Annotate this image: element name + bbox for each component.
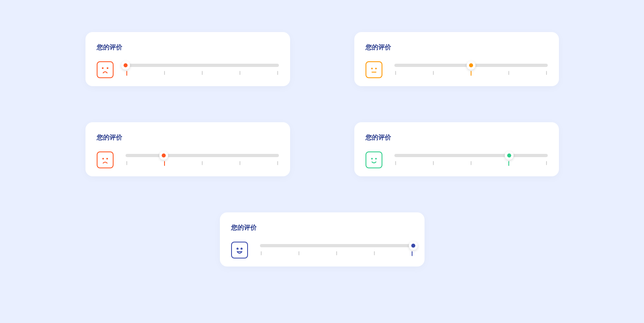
slider-tick <box>433 161 434 165</box>
svg-point-1 <box>375 68 377 69</box>
slider-row <box>97 61 279 78</box>
slider-fill <box>260 243 413 248</box>
rating-card-3: 您的评价 <box>85 122 290 176</box>
slider-fill <box>394 153 510 158</box>
rating-slider[interactable] <box>394 64 548 67</box>
frown-face-icon <box>97 151 114 168</box>
slider-tick <box>433 71 434 75</box>
slider-ticks <box>126 161 279 166</box>
slider-tick <box>202 161 203 165</box>
slider-tick <box>261 251 262 255</box>
slider-tick <box>471 71 471 76</box>
neutral-face-icon <box>366 61 382 78</box>
slider-handle[interactable] <box>409 241 418 250</box>
smile-face-icon <box>366 151 382 168</box>
slider-tick <box>164 161 165 166</box>
slider-tick <box>546 71 547 75</box>
slider-tick <box>164 71 165 75</box>
rating-slider[interactable] <box>126 154 279 157</box>
rating-card-1: 您的评价 <box>85 32 290 86</box>
slider-fill <box>126 153 164 158</box>
slider-tick <box>126 161 127 165</box>
card-title: 您的评价 <box>366 133 548 142</box>
slider-handle[interactable] <box>505 151 514 160</box>
rating-card-2: 您的评价 <box>354 32 559 86</box>
slider-tick <box>240 71 240 75</box>
rating-slider[interactable] <box>126 64 279 67</box>
slider-tick <box>508 161 509 166</box>
slider-handle[interactable] <box>121 61 130 70</box>
slider-ticks <box>126 71 279 76</box>
slider-row <box>97 151 279 168</box>
slider-tick <box>395 161 396 165</box>
grin-face-icon <box>231 242 248 258</box>
rating-card-5: 您的评价 <box>220 212 425 266</box>
slider-tick <box>508 71 509 75</box>
svg-point-3 <box>102 158 104 159</box>
slider-ticks <box>394 161 548 166</box>
slider-row <box>366 61 548 78</box>
slider-tick <box>546 161 547 165</box>
slider-ticks <box>394 71 548 76</box>
card-title: 您的评价 <box>231 224 413 232</box>
slider-tick <box>126 71 127 76</box>
svg-point-0 <box>371 68 373 69</box>
card-title: 您的评价 <box>366 43 548 52</box>
card-title: 您的评价 <box>97 43 279 52</box>
slider-row <box>231 242 413 258</box>
slider-tick <box>277 71 278 75</box>
slider-tick <box>240 161 240 165</box>
slider-wrap <box>394 154 548 166</box>
svg-point-4 <box>106 158 108 159</box>
slider-row <box>366 151 548 168</box>
rating-slider[interactable] <box>260 244 413 247</box>
slider-tick <box>202 71 203 75</box>
rating-slider[interactable] <box>394 154 548 157</box>
slider-fill <box>394 63 471 68</box>
slider-wrap <box>126 64 279 76</box>
slider-wrap <box>260 244 413 256</box>
slider-tick <box>374 251 375 255</box>
slider-handle[interactable] <box>467 61 475 70</box>
slider-tick <box>412 251 412 256</box>
slider-tick <box>336 251 337 255</box>
slider-handle[interactable] <box>159 151 168 160</box>
slider-tick <box>471 161 471 165</box>
slider-tick <box>299 251 299 255</box>
slider-ticks <box>260 251 413 256</box>
slider-tick <box>277 161 278 165</box>
slider-tick <box>395 71 396 75</box>
rating-card-4: 您的评价 <box>354 122 559 176</box>
svg-point-6 <box>375 158 377 159</box>
slider-wrap <box>126 154 279 166</box>
sad-face-icon <box>97 61 114 78</box>
slider-wrap <box>394 64 548 76</box>
card-title: 您的评价 <box>97 133 279 142</box>
svg-point-5 <box>371 158 373 159</box>
